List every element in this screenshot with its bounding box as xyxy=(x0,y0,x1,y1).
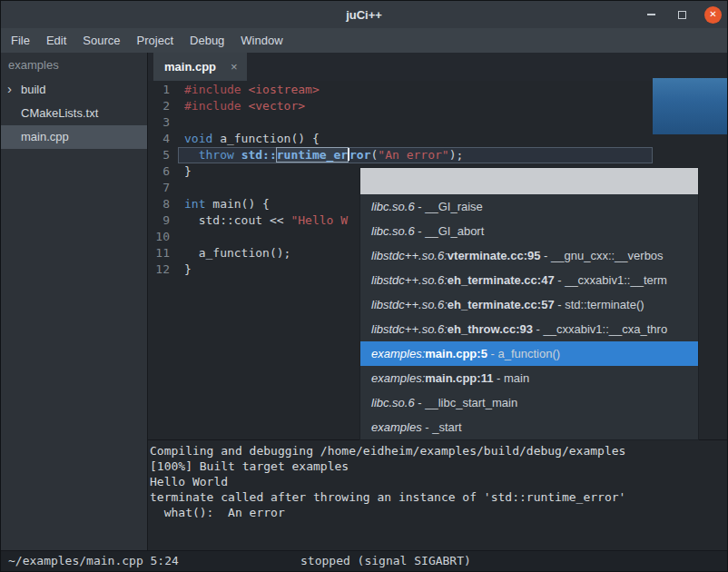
status-file-position: ~/examples/main.cpp 5:24 xyxy=(8,554,179,567)
code-text: throw std::runtime_error("An error"); xyxy=(178,147,653,163)
line-number: 7 xyxy=(148,180,178,196)
line-number: 11 xyxy=(148,245,178,261)
backtrace-item[interactable]: libstdc++.so.6:eh_terminate.cc:57 - std:… xyxy=(360,292,698,317)
menu-item-source[interactable]: Source xyxy=(74,29,128,52)
backtrace-item[interactable]: libc.so.6 - __GI_abort xyxy=(360,219,698,243)
backtrace-item[interactable]: libc.so.6 - __libc_start_main xyxy=(360,390,698,415)
minimize-button[interactable] xyxy=(643,6,660,24)
close-icon: ✕ xyxy=(709,10,716,19)
terminal-output[interactable]: Compiling and debugging /home/eidheim/ex… xyxy=(148,439,727,550)
titlebar: juCi++ ✕ xyxy=(1,1,727,28)
chevron-right-icon: › xyxy=(7,77,12,101)
code-editor[interactable]: 1#include <iostream>2#include <vector>34… xyxy=(148,81,727,439)
code-text xyxy=(178,180,184,196)
menu-item-file[interactable]: File xyxy=(3,29,38,52)
code-text: } xyxy=(178,261,192,278)
code-text: std::cout << "Hello W xyxy=(178,212,348,229)
line-number: 2 xyxy=(148,98,178,114)
line-number: 4 xyxy=(148,131,178,147)
main-area: examples ›buildCMakeLists.txtmain.cpp ma… xyxy=(1,53,727,550)
backtrace-item[interactable]: examples:main.cpp:5 - a_function() xyxy=(360,341,698,366)
line-number: 1 xyxy=(148,82,178,98)
tree-item-cmakelists-txt[interactable]: CMakeLists.txt xyxy=(1,102,147,125)
code-text: a_function(); xyxy=(178,245,290,261)
line-number: 6 xyxy=(148,163,178,180)
tab-close-icon[interactable]: × xyxy=(231,60,238,74)
line-number: 3 xyxy=(148,114,178,131)
window-controls: ✕ xyxy=(643,1,722,28)
tree-item-build[interactable]: ›build xyxy=(1,78,147,102)
code-text: #include <iostream> xyxy=(178,82,320,98)
restore-icon xyxy=(678,11,686,19)
code-line-3[interactable]: 3 xyxy=(148,114,727,131)
status-debug-state: stopped (signal SIGABRT) xyxy=(300,554,471,567)
terminal-line: terminate called after throwing an insta… xyxy=(150,489,727,505)
backtrace-item[interactable]: libstdc++.so.6:vterminate.cc:95 - __gnu_… xyxy=(360,243,698,268)
app-window: juCi++ ✕ FileEditSourceProjectDebugWindo… xyxy=(0,0,728,572)
code-text: int main() { xyxy=(178,196,270,212)
tree-item-label: CMakeLists.txt xyxy=(21,106,98,120)
code-text: } xyxy=(178,163,192,180)
code-text: void a_function() { xyxy=(178,131,320,147)
code-line-5[interactable]: 5 throw std::runtime_error("An error"); xyxy=(148,147,727,163)
file-tree-items: ›buildCMakeLists.txtmain.cpp xyxy=(1,78,147,149)
backtrace-item[interactable]: libc.so.6 - __GI_raise xyxy=(360,194,698,219)
tab-bar: main.cpp × xyxy=(148,53,727,81)
backtrace-item[interactable]: libstdc++.so.6:eh_throw.cc:93 - __cxxabi… xyxy=(360,317,698,341)
backtrace-item[interactable]: examples:main.cpp:11 - main xyxy=(360,366,698,390)
menu-item-window[interactable]: Window xyxy=(232,29,290,52)
project-root-label: examples xyxy=(1,53,147,78)
terminal-line: Hello World xyxy=(150,474,727,489)
code-text xyxy=(178,114,184,131)
code-text xyxy=(178,229,184,245)
tab-label: main.cpp xyxy=(164,60,216,74)
terminal-line: Compiling and debugging /home/eidheim/ex… xyxy=(150,443,727,459)
backtrace-item[interactable]: examples - _start xyxy=(360,415,698,439)
menubar: FileEditSourceProjectDebugWindow xyxy=(1,28,727,53)
minimize-icon xyxy=(647,14,655,15)
file-tree-panel: examples ›buildCMakeLists.txtmain.cpp xyxy=(1,53,148,550)
line-number: 12 xyxy=(148,261,178,278)
code-text: #include <vector> xyxy=(178,98,305,114)
code-line-1[interactable]: 1#include <iostream> xyxy=(148,82,727,98)
close-button[interactable]: ✕ xyxy=(704,6,722,24)
doc-tooltip xyxy=(653,78,728,134)
line-number: 9 xyxy=(148,212,178,229)
terminal-line: [100%] Built target examples xyxy=(150,459,727,474)
menu-item-project[interactable]: Project xyxy=(129,29,182,52)
window-title: juCi++ xyxy=(346,8,382,22)
menu-item-edit[interactable]: Edit xyxy=(38,29,74,52)
backtrace-popup: libc.so.6 - __GI_raiselibc.so.6 - __GI_a… xyxy=(359,167,699,440)
status-bar: ~/examples/main.cpp 5:24 stopped (signal… xyxy=(1,550,727,571)
tab-main-cpp[interactable]: main.cpp × xyxy=(153,53,247,81)
tree-item-main-cpp[interactable]: main.cpp xyxy=(1,125,147,149)
restore-button[interactable] xyxy=(674,6,691,24)
line-number: 5 xyxy=(148,147,178,163)
editor-column: main.cpp × 1#include <iostream>2#include… xyxy=(148,53,727,550)
line-number: 10 xyxy=(148,229,178,245)
menu-item-debug[interactable]: Debug xyxy=(182,29,232,52)
code-line-4[interactable]: 4void a_function() { xyxy=(148,131,727,147)
code-line-2[interactable]: 2#include <vector> xyxy=(148,98,727,114)
tree-item-label: build xyxy=(21,83,45,96)
popup-search-field[interactable] xyxy=(360,168,698,194)
backtrace-list: libc.so.6 - __GI_raiselibc.so.6 - __GI_a… xyxy=(360,194,698,439)
terminal-line: what(): An error xyxy=(150,505,727,520)
backtrace-item[interactable]: libstdc++.so.6:eh_terminate.cc:47 - __cx… xyxy=(360,268,698,292)
tree-item-label: main.cpp xyxy=(21,130,69,143)
line-number: 8 xyxy=(148,196,178,212)
